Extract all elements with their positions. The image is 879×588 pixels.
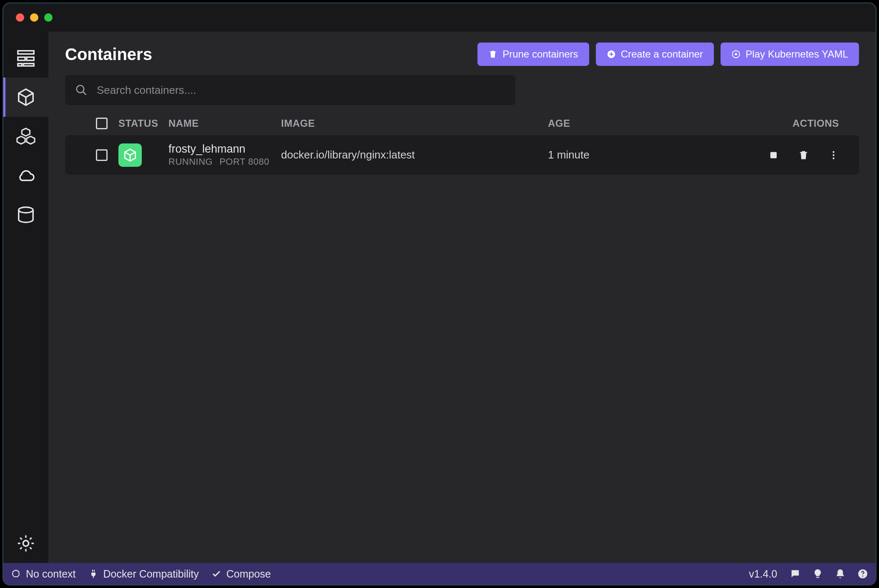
col-actions: ACTIONS	[747, 118, 839, 129]
svg-point-12	[833, 154, 834, 156]
svg-point-11	[833, 151, 834, 153]
nav-images[interactable]	[3, 156, 48, 195]
lightbulb-icon[interactable]	[812, 568, 823, 579]
nav-settings[interactable]	[3, 524, 48, 563]
table-row[interactable]: frosty_lehmann RUNNING PORT 8080 docker.…	[65, 135, 859, 175]
cubes-icon	[16, 127, 35, 146]
prune-label: Prune containers	[502, 48, 578, 60]
minimize-window[interactable]	[30, 13, 38, 22]
compose-label: Compose	[226, 568, 271, 580]
version-label: v1.4.0	[749, 568, 777, 580]
col-image: IMAGE	[281, 118, 548, 129]
nav-pods[interactable]	[3, 117, 48, 156]
col-name: NAME	[168, 118, 281, 129]
trash-icon	[488, 50, 497, 59]
cloud-icon	[16, 166, 35, 185]
prune-containers-button[interactable]: Prune containers	[477, 43, 589, 66]
delete-button[interactable]	[798, 150, 809, 161]
svg-point-6	[23, 540, 28, 546]
nav-volumes[interactable]	[3, 195, 48, 234]
svg-point-9	[77, 85, 84, 93]
docker-label: Docker Compatibility	[103, 568, 199, 580]
svg-rect-4	[23, 63, 34, 66]
sidebar	[3, 32, 48, 563]
stop-icon	[768, 150, 779, 161]
kubernetes-small-icon	[11, 569, 21, 579]
help-icon[interactable]	[857, 568, 868, 579]
select-all-checkbox[interactable]	[96, 118, 108, 129]
maximize-window[interactable]	[44, 13, 53, 22]
svg-point-13	[833, 157, 834, 159]
nav-dashboard[interactable]	[3, 38, 48, 78]
plus-circle-icon	[607, 50, 616, 59]
kube-label: Play Kubernetes YAML	[746, 48, 848, 60]
create-container-button[interactable]: Create a container	[596, 43, 714, 66]
database-icon	[16, 205, 35, 224]
main-content: Containers Prune containers Create a con…	[48, 32, 876, 563]
gear-icon	[16, 534, 35, 553]
create-label: Create a container	[621, 48, 703, 60]
context-selector[interactable]: No context	[11, 568, 76, 580]
statusbar: No context Docker Compatibility Compose …	[3, 563, 876, 585]
plug-icon	[88, 569, 98, 579]
check-icon	[211, 569, 221, 579]
status-running-icon	[118, 143, 142, 167]
play-kubernetes-button[interactable]: Play Kubernetes YAML	[721, 43, 859, 66]
search-input[interactable]	[97, 84, 505, 97]
svg-rect-2	[27, 57, 34, 60]
svg-point-5	[19, 207, 33, 213]
search-box[interactable]	[65, 75, 515, 105]
table-header: STATUS NAME IMAGE AGE ACTIONS	[65, 113, 859, 135]
col-status: STATUS	[118, 118, 168, 129]
kubernetes-icon	[731, 50, 741, 59]
svg-rect-10	[770, 152, 776, 158]
trash-icon	[798, 150, 809, 161]
container-state: RUNNING	[168, 156, 213, 167]
compose-status[interactable]: Compose	[211, 568, 271, 580]
container-port: PORT 8080	[219, 156, 269, 167]
docker-compat[interactable]: Docker Compatibility	[88, 568, 199, 580]
svg-rect-0	[18, 51, 34, 54]
context-label: No context	[26, 568, 76, 580]
dashboard-icon	[16, 48, 35, 68]
svg-rect-3	[18, 63, 22, 66]
col-age: AGE	[548, 118, 747, 129]
row-checkbox[interactable]	[96, 149, 108, 161]
container-age: 1 minute	[548, 148, 747, 161]
more-actions-button[interactable]	[828, 150, 839, 161]
container-name: frosty_lehmann	[168, 143, 281, 156]
svg-rect-1	[18, 57, 25, 60]
svg-point-8	[735, 53, 737, 55]
kebab-icon	[828, 150, 839, 161]
container-image: docker.io/library/nginx:latest	[281, 148, 548, 161]
cube-icon	[16, 88, 35, 107]
nav-containers[interactable]	[3, 78, 48, 117]
bell-icon[interactable]	[835, 568, 846, 579]
chat-icon[interactable]	[790, 568, 801, 579]
close-window[interactable]	[16, 13, 24, 22]
page-title: Containers	[65, 45, 152, 64]
svg-point-15	[862, 575, 864, 577]
titlebar	[3, 3, 876, 32]
stop-button[interactable]	[768, 150, 779, 161]
search-icon	[75, 84, 88, 96]
